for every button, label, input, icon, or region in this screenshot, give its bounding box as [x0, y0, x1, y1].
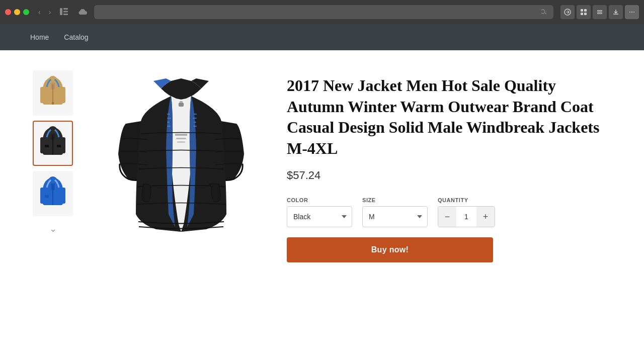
address-bar[interactable]	[94, 5, 553, 19]
svg-rect-6	[584, 9, 587, 12]
browser-chrome: ‹ ›	[0, 0, 644, 24]
toolbar-icons	[560, 5, 639, 19]
fullscreen-button[interactable]	[23, 9, 29, 15]
nav-home[interactable]: Home	[30, 33, 49, 41]
svg-rect-50	[194, 122, 196, 123]
svg-rect-32	[59, 188, 65, 204]
main-image-container	[96, 70, 267, 262]
toolbar-btn-1[interactable]	[560, 5, 575, 19]
svg-rect-42	[176, 138, 186, 139]
quantity-input[interactable]	[456, 213, 476, 221]
quantity-control: − +	[438, 206, 495, 227]
svg-rect-53	[180, 101, 183, 103]
svg-rect-9	[629, 12, 630, 13]
svg-rect-28	[57, 145, 61, 147]
svg-rect-49	[193, 118, 197, 119]
color-label: COLOR	[287, 197, 352, 203]
product-page: ⌄	[0, 50, 644, 283]
svg-rect-5	[581, 9, 583, 12]
nav-catalog[interactable]: Catalog	[64, 33, 88, 41]
close-button[interactable]	[5, 9, 11, 15]
svg-rect-8	[584, 13, 587, 15]
svg-rect-14	[40, 87, 46, 103]
thumbnail-tan[interactable]	[33, 70, 73, 116]
size-select[interactable]: M L XL 2XL 3XL 4XL	[362, 206, 428, 227]
svg-rect-48	[194, 114, 197, 115]
website: Home Catalog	[0, 24, 644, 362]
svg-rect-2	[63, 11, 68, 12]
svg-rect-46	[167, 122, 170, 123]
cloud-button[interactable]	[75, 7, 90, 17]
quantity-increase-button[interactable]: +	[476, 206, 495, 227]
sidebar-toggle-button[interactable]	[57, 7, 71, 18]
main-product-image	[96, 71, 267, 262]
svg-rect-19	[52, 102, 54, 105]
product-title: 2017 New Jacket Men Hot Sale Quality Aut…	[287, 75, 614, 159]
thumbnail-black[interactable]	[33, 121, 73, 166]
svg-rect-11	[633, 12, 634, 13]
back-button[interactable]: ‹	[36, 7, 43, 17]
svg-rect-1	[63, 8, 68, 10]
product-price: $57.24	[287, 169, 614, 182]
svg-rect-43	[177, 141, 185, 143]
quantity-decrease-button[interactable]: −	[438, 206, 456, 227]
svg-rect-15	[59, 87, 65, 103]
size-option-group: SIZE M L XL 2XL 3XL 4XL	[362, 197, 428, 227]
more-button[interactable]	[625, 5, 639, 19]
url-input[interactable]	[100, 9, 539, 16]
toolbar-btn-3[interactable]	[593, 5, 607, 19]
thumbnail-list: ⌄	[30, 70, 75, 262]
minimize-button[interactable]	[14, 9, 20, 15]
svg-rect-51	[193, 126, 197, 127]
site-nav: Home Catalog	[0, 24, 644, 50]
svg-rect-27	[45, 145, 49, 147]
svg-rect-0	[60, 8, 62, 15]
download-button[interactable]	[609, 5, 623, 19]
svg-rect-44	[167, 114, 170, 115]
product-options: COLOR Black Tan Blue SIZE M L XL 2XL	[287, 197, 614, 227]
size-label: SIZE	[362, 197, 428, 203]
thumbnail-scroll-down[interactable]: ⌄	[47, 221, 59, 236]
svg-rect-47	[167, 126, 171, 127]
forward-button[interactable]: ›	[47, 7, 53, 17]
svg-rect-3	[63, 14, 68, 15]
svg-rect-7	[581, 13, 583, 15]
toolbar-btn-2[interactable]	[577, 5, 591, 19]
svg-rect-36	[45, 195, 49, 198]
thumbnail-blue[interactable]	[33, 171, 73, 216]
svg-rect-10	[631, 12, 632, 13]
quantity-group: QUANTITY − +	[438, 197, 495, 227]
svg-rect-45	[167, 118, 171, 119]
color-option-group: COLOR Black Tan Blue	[287, 197, 352, 227]
quantity-label: QUANTITY	[438, 197, 495, 203]
product-info: 2017 New Jacket Men Hot Sale Quality Aut…	[287, 70, 614, 262]
buy-now-button[interactable]: Buy now!	[287, 237, 493, 262]
svg-rect-52	[179, 103, 184, 107]
traffic-lights	[5, 9, 29, 15]
color-select[interactable]: Black Tan Blue	[287, 206, 352, 227]
svg-rect-41	[175, 134, 187, 136]
